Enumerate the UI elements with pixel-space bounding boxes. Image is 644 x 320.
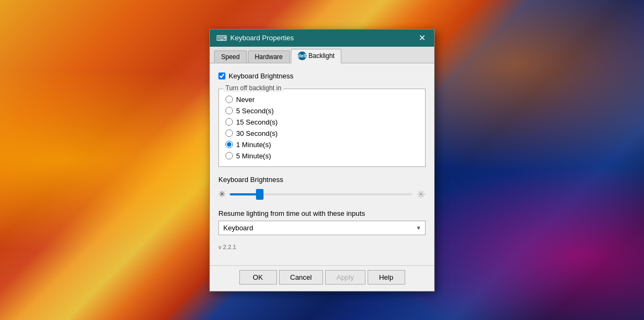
radio-never[interactable] [225, 96, 233, 103]
radio-never-row: Never [225, 96, 419, 104]
radio-1min-label[interactable]: 1 Minute(s) [236, 141, 271, 149]
keyboard-brightness-row: Keyboard Brightness [218, 72, 426, 80]
dialog-footer: OK Cancel Apply Help [210, 265, 434, 291]
brightness-slider[interactable] [230, 193, 412, 195]
resume-dropdown-wrapper: Keyboard Mouse Any Input ▼ [218, 221, 426, 235]
dell-icon: dell [298, 52, 306, 60]
sun-bright-icon: ✳ [416, 188, 426, 201]
radio-5sec[interactable] [225, 107, 233, 114]
close-button[interactable]: ✕ [416, 34, 428, 42]
radio-group: Never 5 Second(s) 15 Second(s) 30 Second… [225, 96, 419, 160]
dialog-overlay: ⌨ Keyboard Properties ✕ Speed Hardware d… [0, 0, 644, 320]
brightness-label: Keyboard Brightness [218, 176, 426, 184]
radio-30sec-label[interactable]: 30 Second(s) [236, 129, 277, 137]
brightness-row: ✳ ✳ [218, 188, 426, 201]
resume-label: Resume lighting from time out with these… [218, 209, 426, 217]
resume-section: Resume lighting from time out with these… [218, 209, 426, 235]
apply-button[interactable]: Apply [325, 270, 365, 285]
radio-15sec-row: 15 Second(s) [225, 118, 419, 126]
radio-5min[interactable] [225, 152, 233, 159]
radio-15sec-label[interactable]: 15 Second(s) [236, 118, 277, 126]
radio-never-label[interactable]: Never [236, 96, 255, 104]
radio-30sec-row: 30 Second(s) [225, 129, 419, 137]
version-text: v 2.2.1 [218, 244, 426, 250]
title-bar-left: ⌨ Keyboard Properties [216, 34, 294, 42]
keyboard-properties-dialog: ⌨ Keyboard Properties ✕ Speed Hardware d… [209, 29, 435, 292]
radio-5sec-label[interactable]: 5 Second(s) [236, 107, 274, 115]
sun-dim-icon: ✳ [218, 189, 225, 199]
radio-1min[interactable] [225, 141, 233, 148]
group-box-label: Turn off backlight in [223, 84, 283, 92]
radio-5sec-row: 5 Second(s) [225, 107, 419, 115]
radio-30sec[interactable] [225, 129, 233, 137]
dialog-body: Keyboard Brightness Turn off backlight i… [210, 63, 434, 265]
dialog-title: Keyboard Properties [230, 34, 294, 42]
keyboard-brightness-label[interactable]: Keyboard Brightness [229, 72, 294, 80]
tab-backlight[interactable]: dell Backlight [291, 49, 342, 63]
resume-dropdown[interactable]: Keyboard Mouse Any Input [218, 221, 426, 235]
title-bar: ⌨ Keyboard Properties ✕ [210, 30, 434, 47]
keyboard-icon: ⌨ [216, 34, 227, 42]
tab-bar: Speed Hardware dell Backlight [210, 47, 434, 63]
help-button[interactable]: Help [368, 270, 405, 285]
tab-hardware[interactable]: Hardware [248, 50, 290, 63]
keyboard-brightness-checkbox[interactable] [218, 72, 225, 79]
radio-5min-label[interactable]: 5 Minute(s) [236, 152, 271, 160]
cancel-button[interactable]: Cancel [279, 270, 323, 285]
brightness-section: Keyboard Brightness ✳ ✳ [218, 176, 426, 201]
turn-off-group: Turn off backlight in Never 5 Second(s) … [218, 89, 426, 167]
radio-15sec[interactable] [225, 118, 233, 126]
radio-5min-row: 5 Minute(s) [225, 152, 419, 160]
radio-1min-row: 1 Minute(s) [225, 141, 419, 149]
ok-button[interactable]: OK [239, 270, 277, 285]
tab-speed[interactable]: Speed [214, 50, 247, 63]
